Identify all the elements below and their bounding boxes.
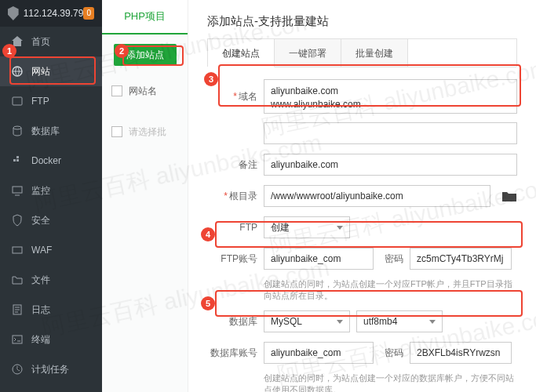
- remark-input[interactable]: [264, 154, 517, 176]
- sidebar-item-ftp[interactable]: FTP: [0, 86, 102, 116]
- terminal-icon: [11, 333, 24, 346]
- svg-point-2: [13, 126, 21, 129]
- folder-icon: [11, 274, 24, 286]
- svg-rect-5: [16, 156, 19, 158]
- sidebar-label: 终端: [31, 333, 50, 347]
- root-input[interactable]: [264, 185, 490, 207]
- callout-4: 4: [201, 227, 215, 241]
- label-database: 数据库: [207, 315, 257, 328]
- label-remark: 备注: [207, 158, 257, 172]
- sidebar-label: WAF: [31, 245, 52, 256]
- callout-5: 5: [201, 296, 215, 310]
- docker-icon: [11, 154, 24, 167]
- sidebar-label: 网站: [31, 65, 50, 78]
- log-icon: [11, 303, 24, 316]
- sidebar-label: Docker: [31, 155, 61, 166]
- sidebar-label: 监控: [31, 184, 50, 198]
- sidebar-item-store[interactable]: 软件商店: [0, 384, 102, 392]
- sidebar-label: 日志: [31, 303, 50, 317]
- shield-icon: [8, 6, 19, 20]
- svg-rect-3: [13, 159, 16, 162]
- ftp-icon: [11, 95, 24, 107]
- callout-2: 2: [115, 44, 129, 58]
- db-hint: 创建站点的同时，为站点创建一个对应的数据库帐户，方便不同站点使用不同数据库。: [264, 372, 517, 392]
- tab-deploy[interactable]: 一键部署: [275, 39, 341, 67]
- site-panel: PHP项目 添加站点 网站名 请选择批: [102, 0, 188, 392]
- label-ftp-account: FTP账号: [207, 252, 257, 266]
- label-db-account: 数据库账号: [207, 347, 257, 360]
- filter-placeholder: 请选择批: [129, 125, 166, 139]
- chevron-down-icon: [337, 226, 343, 230]
- db-password-input[interactable]: [410, 342, 512, 364]
- notification-badge[interactable]: 0: [83, 7, 94, 20]
- globe-icon: [11, 65, 24, 78]
- server-ip: 112.124.39.79: [24, 8, 84, 19]
- sidebar-header: 112.124.39.79 0: [0, 0, 102, 27]
- panel-tab-php[interactable]: PHP项目: [102, 0, 188, 34]
- sidebar-item-cron[interactable]: 计划任务: [0, 354, 102, 384]
- modal-tabs: 创建站点 一键部署 批量创建: [207, 38, 517, 67]
- label-db-password: 密码: [385, 347, 403, 360]
- svg-rect-4: [16, 159, 19, 162]
- sidebar-label: 计划任务: [31, 363, 69, 376]
- label-root: *根目录: [207, 190, 257, 203]
- add-site-modal: 添加站点-支持批量建站 创建站点 一键部署 批量创建 *域名 aliyunbai…: [188, 0, 536, 392]
- label-ftp: FTP: [207, 222, 257, 233]
- tab-create[interactable]: 创建站点: [208, 39, 275, 67]
- sidebar-item-monitor[interactable]: 监控: [0, 176, 102, 205]
- ftp-hint: 创建站点的同时，为站点创建一个对应FTP帐户，并且FTP目录指向站点所在目录。: [264, 278, 517, 302]
- ftp-account-input[interactable]: [264, 248, 374, 270]
- db-charset-select[interactable]: utf8mb4: [356, 310, 443, 332]
- sidebar-label: 首页: [31, 35, 50, 49]
- chevron-down-icon: [429, 320, 436, 324]
- sidebar-label: FTP: [31, 96, 49, 107]
- panel-filter-row: 请选择批: [102, 119, 188, 144]
- browse-folder-icon[interactable]: [501, 190, 517, 202]
- filter-checkbox[interactable]: [111, 126, 122, 137]
- database-icon: [11, 125, 24, 137]
- callout-1: 1: [2, 44, 16, 58]
- sidebar-item-waf[interactable]: WAF: [0, 235, 102, 265]
- sidebar-item-security[interactable]: 安全: [0, 205, 102, 235]
- svg-rect-9: [13, 336, 22, 343]
- extra-input[interactable]: [264, 122, 517, 144]
- sidebar-item-docker[interactable]: Docker: [0, 146, 102, 176]
- waf-icon: [11, 244, 24, 256]
- svg-rect-1: [13, 97, 22, 105]
- security-icon: [11, 214, 24, 227]
- sidebar-item-website[interactable]: 网站: [0, 56, 102, 86]
- sidebar-item-terminal[interactable]: 终端: [0, 325, 102, 354]
- svg-rect-6: [13, 187, 22, 193]
- clock-icon: [11, 363, 24, 376]
- sidebar-item-database[interactable]: 数据库: [0, 116, 102, 146]
- label-ftp-password: 密码: [385, 252, 403, 266]
- form: *域名 aliyunbaike.com www.aliyunbaike.com …: [188, 67, 536, 392]
- sidebar-label: 数据库: [31, 125, 60, 138]
- sidebar-item-logs[interactable]: 日志: [0, 295, 102, 325]
- sidebar-item-files[interactable]: 文件: [0, 265, 102, 295]
- ftp-password-input[interactable]: [410, 248, 512, 270]
- callout-3: 3: [204, 72, 218, 86]
- col-site-name: 网站名: [129, 85, 157, 98]
- label-domain: *域名: [207, 90, 257, 103]
- monitor-icon: [11, 184, 24, 197]
- modal-title: 添加站点-支持批量建站: [188, 14, 536, 38]
- chevron-down-icon: [337, 320, 343, 324]
- sidebar: 112.124.39.79 0 首页 网站 FTP 数据库 Docker 监控 …: [0, 0, 102, 392]
- panel-header-row: 网站名: [102, 78, 188, 103]
- ftp-select[interactable]: 创建: [264, 216, 350, 238]
- db-account-input[interactable]: [264, 342, 374, 364]
- sidebar-label: 安全: [31, 214, 50, 227]
- select-all-checkbox[interactable]: [111, 85, 122, 96]
- sidebar-label: 文件: [31, 274, 50, 287]
- tab-spacer: [408, 39, 516, 67]
- domain-input[interactable]: aliyunbaike.com www.aliyunbaike.com: [264, 79, 517, 114]
- tab-batch[interactable]: 批量创建: [341, 39, 408, 67]
- svg-rect-7: [13, 247, 22, 253]
- db-select[interactable]: MySQL: [264, 310, 350, 332]
